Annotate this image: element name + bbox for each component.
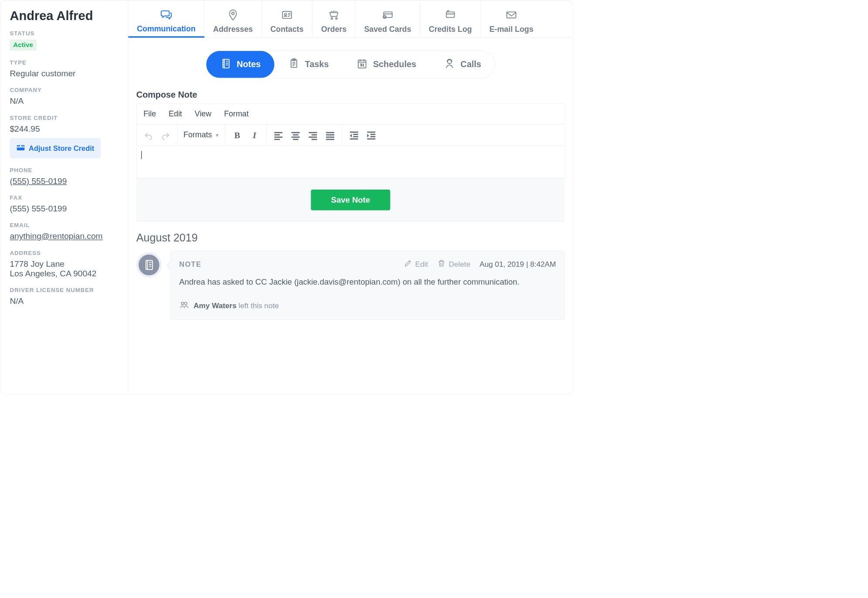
svg-rect-29 <box>312 139 317 140</box>
editor-menubar: File Edit View Format <box>137 104 565 125</box>
save-row: Save Note <box>136 178 565 221</box>
svg-rect-33 <box>326 139 334 140</box>
customer-sidebar: Andrea Alfred STATUS Active TYPE Regular… <box>0 0 128 395</box>
menu-edit[interactable]: Edit <box>169 109 182 118</box>
email-label: EMAIL <box>10 222 118 229</box>
svg-point-7 <box>336 18 337 19</box>
pill-schedules[interactable]: 31 Schedules <box>342 51 430 78</box>
tab-email-logs[interactable]: E-mail Logs <box>481 0 542 37</box>
editor-toolbar: Formats ▼ B I <box>137 125 565 146</box>
svg-rect-11 <box>507 12 516 18</box>
note-footer: Amy Waters left this note <box>179 300 556 312</box>
status-badge: Active <box>10 39 36 51</box>
svg-rect-41 <box>367 138 376 139</box>
notes-icon <box>220 58 231 71</box>
svg-rect-38 <box>367 132 376 133</box>
note-author: Amy Waters <box>193 301 237 310</box>
tab-communication[interactable]: Communication <box>128 0 204 37</box>
svg-rect-34 <box>350 132 358 133</box>
menu-format[interactable]: Format <box>224 109 248 118</box>
menu-view[interactable]: View <box>195 109 211 118</box>
tab-communication-label: Communication <box>137 24 196 33</box>
agent-icon <box>444 58 455 71</box>
tab-addresses[interactable]: Addresses <box>204 0 261 37</box>
store-credit-value: $244.95 <box>10 124 118 133</box>
svg-point-17 <box>448 60 451 64</box>
tab-saved-cards[interactable]: Saved Cards <box>356 0 420 37</box>
tab-orders-label: Orders <box>321 25 346 34</box>
phone-label: PHONE <box>10 167 118 173</box>
pill-tasks[interactable]: Tasks <box>275 51 342 78</box>
note-body: Andrea has asked to CC Jackie (jackie.da… <box>179 276 556 289</box>
note-textarea[interactable] <box>137 146 565 178</box>
svg-rect-35 <box>353 134 358 135</box>
svg-rect-27 <box>312 134 317 136</box>
pill-calls-label: Calls <box>461 60 481 69</box>
pill-calls[interactable]: Calls <box>430 51 495 78</box>
delete-note-button[interactable]: Delete <box>437 259 470 269</box>
store-credit-label: STORE CREDIT <box>10 115 118 121</box>
timeline-marker <box>136 251 162 279</box>
save-note-button[interactable]: Save Note <box>311 190 390 211</box>
id-card-icon <box>281 9 293 21</box>
svg-rect-26 <box>309 132 317 133</box>
company-value: N/A <box>10 96 118 106</box>
tasks-icon <box>288 58 300 71</box>
note-type-label: NOTE <box>179 260 201 268</box>
svg-rect-20 <box>274 136 282 138</box>
pin-icon <box>227 9 239 21</box>
card-check-icon <box>382 9 394 21</box>
refresh-card-icon <box>444 9 457 21</box>
cart-icon <box>328 9 340 21</box>
pencil-icon <box>403 259 412 269</box>
italic-icon[interactable]: I <box>249 129 260 140</box>
align-justify-icon[interactable] <box>325 129 336 140</box>
svg-rect-23 <box>293 134 298 136</box>
note-left-text: left this note <box>237 301 279 310</box>
svg-rect-31 <box>326 134 334 136</box>
bold-icon[interactable]: B <box>232 129 243 140</box>
email-value[interactable]: anything@rentopian.com <box>10 231 118 241</box>
svg-rect-28 <box>309 136 317 138</box>
tab-credits-log[interactable]: Credits Log <box>420 0 481 37</box>
redo-icon[interactable] <box>160 129 171 140</box>
pill-notes[interactable]: Notes <box>206 51 275 78</box>
align-center-icon[interactable] <box>290 129 301 140</box>
svg-rect-2 <box>20 145 21 147</box>
svg-rect-37 <box>350 138 358 139</box>
indent-icon[interactable] <box>366 129 376 140</box>
tab-contacts[interactable]: Contacts <box>262 0 313 37</box>
customer-name: Andrea Alfred <box>10 9 118 23</box>
svg-rect-22 <box>292 132 300 133</box>
top-tabs: Communication Addresses Contacts Orders <box>128 0 573 38</box>
communication-subnav: Notes Tasks 31 Schedules <box>206 51 495 78</box>
svg-rect-39 <box>370 134 375 135</box>
svg-point-6 <box>331 18 332 19</box>
phone-value[interactable]: (555) 555-0199 <box>10 177 118 186</box>
menu-file[interactable]: File <box>143 109 156 118</box>
outdent-icon[interactable] <box>349 129 359 140</box>
calendar-icon: 31 <box>356 58 368 71</box>
compose-note-title: Compose Note <box>136 90 565 99</box>
status-label: STATUS <box>10 30 118 37</box>
adjust-store-credit-button[interactable]: Adjust Store Credit <box>10 138 100 158</box>
gift-card-icon <box>16 143 25 153</box>
undo-icon[interactable] <box>143 129 154 140</box>
address-label: ADDRESS <box>10 250 118 256</box>
svg-rect-25 <box>293 139 298 140</box>
svg-point-43 <box>181 302 184 305</box>
align-right-icon[interactable] <box>307 129 318 140</box>
note-card: NOTE Edit <box>170 251 565 320</box>
chat-icon <box>160 8 173 20</box>
svg-rect-19 <box>274 134 280 136</box>
svg-rect-24 <box>292 136 300 138</box>
pill-notes-label: Notes <box>237 60 261 69</box>
formats-dropdown[interactable]: Formats ▼ <box>178 125 225 146</box>
svg-point-5 <box>285 14 287 16</box>
svg-rect-18 <box>274 132 282 133</box>
svg-rect-40 <box>370 136 375 137</box>
tab-orders[interactable]: Orders <box>312 0 356 37</box>
edit-note-button[interactable]: Edit <box>403 259 428 269</box>
align-left-icon[interactable] <box>273 129 284 140</box>
fax-value: (555) 555-0199 <box>10 204 118 214</box>
